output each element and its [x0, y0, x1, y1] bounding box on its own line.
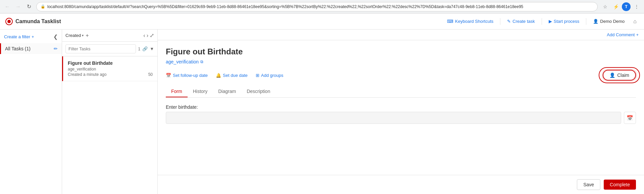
due-date-label: Set due date — [223, 73, 248, 78]
keyboard-shortcuts-button[interactable]: ⌨ Keyboard Shortcuts — [444, 17, 496, 25]
forward-button[interactable]: → — [13, 2, 23, 11]
birthdate-label: Enter birthdate: — [166, 104, 636, 110]
task-count: 1 — [138, 47, 140, 51]
expand-icon: ⤢ — [150, 33, 154, 38]
url-bar[interactable]: 🔒 localhost:8080/camunda/app/tasklist/de… — [36, 2, 598, 11]
task-detail-content: Figure out Birthdate age_verification ⧉ … — [158, 40, 644, 175]
task-search-bar: 1 🔗 ▼ — [62, 42, 157, 56]
create-task-button[interactable]: ✎ Create task — [504, 17, 537, 25]
task-item[interactable]: Figure out Birthdate age_verification Cr… — [62, 56, 157, 81]
task-expand-button[interactable]: ⤢ — [150, 32, 154, 39]
sidebar-header: Create a filter + ❮ — [0, 34, 62, 43]
set-due-date-button[interactable]: 🔔 Set due date — [216, 73, 248, 78]
task-item-process: age_verification — [68, 67, 153, 71]
filter-edit-button[interactable]: ✏ — [54, 46, 58, 51]
task-sort-label: Created — [65, 33, 81, 38]
task-nav-next-button[interactable]: › — [147, 32, 148, 39]
filter-item-label: All Tasks (1) — [5, 46, 31, 51]
task-actions-row: 📅 Set follow-up date 🔔 Set due date ⊞ Ad… — [166, 70, 636, 81]
create-filter-plus-icon: + — [32, 34, 34, 39]
top-nav: Camunda Tasklist ⌨ Keyboard Shortcuts ✎ … — [0, 13, 644, 30]
bookmark-button[interactable]: ☆ — [600, 2, 610, 11]
app-title: Camunda Tasklist — [15, 18, 61, 25]
create-filter-label: Create a filter — [4, 34, 30, 39]
add-groups-button[interactable]: ⊞ Add groups — [256, 73, 284, 78]
follow-up-label: Set follow-up date — [173, 73, 208, 78]
add-comment-icon: + — [636, 32, 639, 37]
left-sidebar: Create a filter + ❮ All Tasks (1) ✏ — [0, 30, 62, 194]
collapse-icon: ❮ — [53, 34, 58, 40]
start-process-button[interactable]: ▶ Start process — [546, 17, 582, 25]
task-detail-header: Add Comment + — [158, 30, 644, 40]
edit-icon: ✏ — [54, 46, 58, 51]
home-button[interactable]: ⌂ — [631, 17, 639, 26]
task-nav-prev-button[interactable]: ‹ — [143, 32, 145, 39]
browser-actions: ☆ ⚡ T ⋮ — [600, 2, 641, 11]
app-logo: Camunda Tasklist — [5, 18, 61, 25]
filter-tasks-input[interactable] — [65, 44, 136, 53]
keyboard-shortcuts-label: Keyboard Shortcuts — [455, 19, 493, 24]
browser-chrome: ← → ↻ 🔒 localhost:8080/camunda/app/taskl… — [0, 0, 644, 13]
add-groups-icon: ⊞ — [256, 73, 259, 78]
due-date-icon: 🔔 — [216, 73, 221, 78]
app: Camunda Tasklist ⌨ Keyboard Shortcuts ✎ … — [0, 13, 644, 194]
extensions-button[interactable]: ⚡ — [611, 2, 621, 11]
claim-button[interactable]: 👤 Claim — [603, 70, 636, 81]
set-follow-up-date-button[interactable]: 📅 Set follow-up date — [166, 73, 208, 78]
birthdate-input[interactable] — [166, 112, 621, 124]
browser-nav-buttons: ← → ↻ — [3, 2, 34, 11]
start-process-label: Start process — [554, 19, 580, 24]
task-detail-title: Figure out Birthdate — [166, 47, 636, 56]
menu-button[interactable]: ⋮ — [632, 2, 641, 11]
task-detail-footer: Save Complete — [158, 175, 644, 194]
follow-up-icon: 📅 — [166, 73, 171, 78]
lock-icon: 🔒 — [41, 4, 45, 9]
form-content: Enter birthdate: 📅 — [166, 104, 636, 124]
task-detail-panel: Add Comment + Figure out Birthdate age_v… — [158, 30, 644, 194]
create-task-icon: ✎ — [507, 19, 511, 24]
nav-prev-icon: ‹ — [143, 33, 145, 38]
task-sort-button[interactable]: Created ▾ — [65, 33, 84, 38]
user-icon: 👤 — [593, 19, 598, 24]
create-task-label: Create task — [512, 19, 535, 24]
add-comment-button[interactable]: Add Comment + — [607, 32, 639, 37]
tab-form[interactable]: Form — [166, 86, 188, 97]
back-button[interactable]: ← — [3, 2, 12, 11]
browser-user-avatar: T — [622, 2, 631, 11]
nav-divider-2 — [542, 18, 542, 25]
task-search-options-icon[interactable]: ▼ — [150, 46, 154, 51]
nav-divider-1 — [500, 18, 500, 25]
calendar-picker-button[interactable]: 📅 — [624, 112, 636, 124]
add-groups-label: Add groups — [261, 73, 284, 78]
complete-button[interactable]: Complete — [604, 180, 636, 190]
task-item-time: Created a minute ago — [68, 72, 106, 77]
nav-divider-3 — [586, 18, 586, 25]
task-process-name[interactable]: age_verification — [166, 59, 199, 64]
home-icon: ⌂ — [633, 18, 637, 24]
task-item-name: Figure out Birthdate — [68, 60, 153, 66]
user-label: Demo Demo — [600, 19, 625, 24]
calendar-icon: 📅 — [627, 115, 633, 121]
process-link-icon: ⧉ — [200, 59, 203, 64]
birthdate-input-row: 📅 — [166, 112, 636, 124]
tab-diagram[interactable]: Diagram — [213, 86, 241, 97]
claim-label: Claim — [617, 72, 629, 78]
tab-history[interactable]: History — [188, 86, 213, 97]
save-button[interactable]: Save — [577, 179, 600, 190]
add-comment-label: Add Comment — [607, 32, 635, 37]
sidebar-item-all-tasks[interactable]: All Tasks (1) ✏ — [0, 43, 62, 54]
task-process-link: age_verification ⧉ — [166, 59, 636, 64]
add-filter-icon: + — [86, 33, 89, 38]
user-menu-button[interactable]: 👤 Demo Demo — [590, 17, 627, 25]
task-tabs: Form History Diagram Description — [166, 86, 636, 98]
collapse-sidebar-button[interactable]: ❮ — [53, 34, 58, 40]
task-item-footer: Created a minute ago 50 — [68, 72, 153, 77]
task-list-nav: ‹ › ⤢ — [143, 32, 154, 39]
tab-description[interactable]: Description — [241, 86, 276, 97]
url-text: localhost:8080/camunda/app/tasklist/defa… — [47, 4, 523, 9]
create-filter-button[interactable]: Create a filter + — [4, 34, 34, 39]
add-filter-button[interactable]: + — [86, 33, 89, 39]
start-process-icon: ▶ — [549, 19, 552, 24]
reload-button[interactable]: ↻ — [24, 2, 34, 11]
claim-user-icon: 👤 — [609, 72, 615, 78]
